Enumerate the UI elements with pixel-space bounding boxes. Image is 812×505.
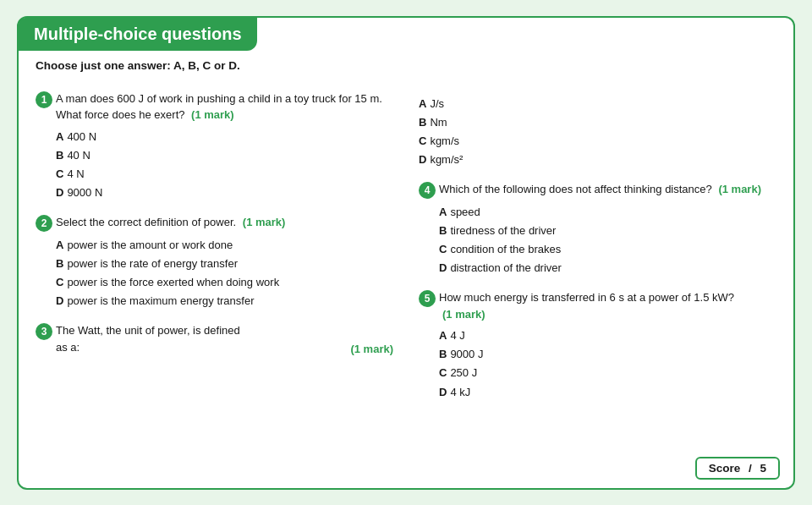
card-header: Multiple-choice questions bbox=[19, 18, 257, 51]
q5-options: A4 J B9000 J C250 J D4 kJ bbox=[439, 327, 776, 401]
q1-opt-c: C4 N bbox=[56, 165, 393, 184]
q2-options: Apower is the amount or work done Bpower… bbox=[56, 236, 393, 310]
q3-number: 3 bbox=[36, 323, 52, 340]
q2-opt-a: Apower is the amount or work done bbox=[56, 236, 393, 255]
score-label: Score bbox=[709, 462, 741, 475]
question-1: 1 A man does 600 J of work in pushing a … bbox=[36, 91, 393, 202]
q5-opt-b: B9000 J bbox=[439, 345, 776, 364]
left-column: 1 A man does 600 J of work in pushing a … bbox=[36, 91, 410, 414]
q3-text: The Watt, the unit of power, is defineda… bbox=[56, 322, 240, 355]
q3-opt-c: Ckgm/s bbox=[419, 132, 776, 151]
q5-opt-d: D4 kJ bbox=[439, 383, 776, 402]
q3-options: AJ/s BNm Ckgm/s Dkgm/s² bbox=[419, 95, 776, 169]
q2-opt-c: Cpower is the force exerted when doing w… bbox=[56, 273, 393, 292]
q4-mark: (1 mark) bbox=[718, 183, 761, 195]
q5-opt-c: C250 J bbox=[439, 364, 776, 382]
q4-text: Which of the following does not affect t… bbox=[439, 181, 776, 198]
question-4: 4 Which of the following does not affect… bbox=[419, 181, 776, 277]
q1-mark: (1 mark) bbox=[191, 108, 234, 121]
q3-opt-a: AJ/s bbox=[419, 95, 776, 113]
q2-opt-d: Dpower is the maximum energy transfer bbox=[56, 292, 393, 310]
q4-opt-d: Ddistraction of the driver bbox=[439, 259, 776, 277]
q2-opt-b: Bpower is the rate of energy transfer bbox=[56, 255, 393, 273]
q2-mark: (1 mark) bbox=[243, 216, 286, 228]
instruction: Choose just one answer: A, B, C or D. bbox=[36, 59, 776, 72]
q4-opt-b: Btiredness of the driver bbox=[439, 222, 776, 240]
q5-mark: (1 mark) bbox=[442, 308, 486, 321]
question-5: 5 How much energy is transferred in 6 s … bbox=[419, 289, 776, 401]
q4-options: Aspeed Btiredness of the driver Cconditi… bbox=[439, 203, 776, 277]
right-column: AJ/s BNm Ckgm/s Dkgm/s² 4 Which of the f… bbox=[410, 91, 776, 414]
q1-text: A man does 600 J of work in pushing a ch… bbox=[56, 91, 393, 124]
q2-text: Select the correct definition of power. … bbox=[56, 214, 393, 231]
q3-opt-b: BNm bbox=[419, 113, 776, 132]
card-title: Multiple-choice questions bbox=[34, 25, 242, 44]
score-total: 5 bbox=[760, 462, 766, 475]
q5-text: How much energy is transferred in 6 s at… bbox=[439, 289, 776, 322]
card: Multiple-choice questions Choose just on… bbox=[17, 16, 795, 490]
q5-opt-a: A4 J bbox=[439, 327, 776, 345]
q1-opt-b: B40 N bbox=[56, 146, 393, 165]
q4-opt-a: Aspeed bbox=[439, 203, 776, 222]
q5-number: 5 bbox=[419, 290, 436, 307]
q1-opt-d: D9000 N bbox=[56, 184, 393, 202]
score-box: Score / 5 bbox=[695, 457, 780, 480]
q3-opt-d: Dkgm/s² bbox=[419, 151, 776, 169]
q3-mark: (1 mark) bbox=[350, 343, 393, 355]
q4-number: 4 bbox=[419, 182, 436, 199]
q4-opt-c: Ccondition of the brakes bbox=[439, 240, 776, 259]
score-slash: / bbox=[749, 462, 752, 475]
q1-number: 1 bbox=[36, 91, 52, 108]
question-2: 2 Select the correct definition of power… bbox=[36, 214, 393, 310]
q2-number: 2 bbox=[36, 215, 52, 232]
question-3: 3 The Watt, the unit of power, is define… bbox=[36, 322, 393, 355]
q1-options: A400 N B40 N C4 N D9000 N bbox=[56, 128, 393, 202]
q1-opt-a: A400 N bbox=[56, 128, 393, 146]
